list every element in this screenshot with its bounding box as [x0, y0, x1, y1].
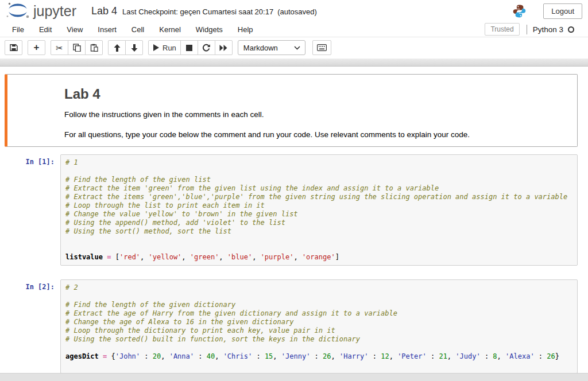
keyboard-icon — [317, 44, 327, 51]
code-line — [65, 344, 572, 352]
markdown-paragraph: Follow the instructions given in the com… — [64, 110, 570, 120]
markdown-paragraph: For all questions, type your code below … — [64, 130, 570, 140]
trusted-button[interactable]: Trusted — [485, 23, 519, 36]
paste-cells-button[interactable] — [85, 40, 103, 55]
cut-cells-button[interactable]: ✂ — [51, 40, 68, 55]
code-cells: In [1]:# 1 # Find the length of the give… — [5, 154, 578, 374]
code-line — [65, 292, 572, 301]
insert-cell-below-button[interactable]: + — [28, 40, 45, 55]
code-line: # 1 — [65, 158, 572, 167]
chevron-down-icon — [294, 46, 300, 50]
menu-kernel[interactable]: Kernel — [152, 22, 188, 37]
menu-insert[interactable]: Insert — [90, 22, 124, 37]
markdown-paragraphs: Follow the instructions given in the com… — [64, 110, 570, 139]
restart-run-all-button[interactable] — [215, 40, 233, 55]
notebook: Lab 4 Follow the instructions given in t… — [0, 67, 588, 374]
code-line — [65, 236, 572, 244]
code-line: # Loop through the list to print each it… — [65, 201, 572, 210]
code-line — [65, 244, 572, 253]
stop-icon — [186, 45, 192, 51]
cell-type-dropdown[interactable]: Markdown — [238, 40, 305, 55]
code-cell-2[interactable]: In [2]:# 2 # Find the length of the give… — [5, 279, 578, 374]
code-line: # 2 — [65, 283, 572, 292]
floppy-icon — [10, 44, 18, 52]
jupyter-logo-text: jupyter — [33, 4, 76, 18]
markdown-heading: Lab 4 — [64, 86, 570, 102]
autosave-status: (autosaved) — [277, 7, 317, 16]
save-button[interactable] — [5, 40, 22, 55]
kernel-name: Python 3 — [533, 25, 563, 34]
code-line: # Using the sort() method, sort the list — [65, 227, 572, 236]
code-line: # Extract the items 'green','blue','purp… — [65, 193, 572, 201]
move-cell-up-button[interactable] — [108, 40, 126, 55]
code-line: # Loop through the dictionary to print e… — [65, 326, 572, 335]
menu-items: FileEditViewInsertCellKernelWidgetsHelp — [5, 22, 261, 37]
code-input-area[interactable]: # 2 # Find the length of the given dicti… — [60, 279, 578, 374]
markdown-cell[interactable]: Lab 4 Follow the instructions given in t… — [5, 74, 578, 147]
code-line: # Change the age of Alexa to 16 in the g… — [65, 318, 572, 326]
logout-button[interactable]: Logout — [543, 3, 582, 19]
command-palette-button[interactable] — [312, 40, 331, 55]
run-cell-button[interactable]: Run — [148, 40, 181, 55]
move-cell-down-button[interactable] — [125, 40, 143, 55]
kernel-idle-icon — [568, 26, 574, 33]
code-line: # Find the length of the given dictionar… — [65, 301, 572, 309]
code-line: # Find the length of the given list — [65, 176, 572, 184]
menu-edit[interactable]: Edit — [32, 22, 59, 37]
notebook-title[interactable]: Lab 4 — [91, 5, 117, 17]
code-line — [65, 361, 572, 370]
copy-cells-button[interactable] — [68, 40, 86, 55]
code-line: # Using the sorted() built in function, … — [65, 335, 572, 344]
refresh-icon — [202, 44, 210, 52]
jupyter-logo[interactable]: jupyter — [5, 1, 76, 22]
checkpoint-status: Last Checkpoint: geçen Cumartesi saat 20… — [122, 7, 273, 16]
arrow-down-icon — [131, 44, 138, 52]
code-input-area[interactable]: # 1 # Find the length of the given list#… — [60, 154, 578, 266]
fast-forward-icon — [219, 45, 227, 51]
copy-icon — [73, 44, 81, 52]
scissors-icon: ✂ — [56, 44, 63, 52]
code-line: listvalue = ['red', 'yellow', 'green', '… — [65, 253, 572, 262]
menu-bar: FileEditViewInsertCellKernelWidgetsHelp … — [0, 22, 588, 37]
kernel-divider — [527, 25, 527, 34]
menu-widgets[interactable]: Widgets — [188, 22, 230, 37]
page-bottom-band — [0, 373, 588, 381]
cell-type-value: Markdown — [243, 44, 278, 52]
paste-icon — [90, 44, 98, 52]
menu-help[interactable]: Help — [230, 22, 261, 37]
restart-kernel-button[interactable] — [198, 40, 215, 55]
python-logo-icon — [512, 3, 527, 19]
jupyter-planet-icon — [5, 1, 31, 22]
play-icon — [153, 44, 159, 51]
code-line: agesDict = {'John' : 20, 'Anna' : 40, 'C… — [65, 352, 572, 361]
toolbar: + ✂ Run Markdown — [0, 37, 588, 59]
arrow-up-icon — [114, 44, 121, 52]
menu-cell[interactable]: Cell — [124, 22, 152, 37]
code-line — [65, 167, 572, 176]
code-line: # Change the value 'yellow' to 'brown' i… — [65, 210, 572, 219]
input-prompt: In [1]: — [5, 154, 60, 266]
input-prompt: In [2]: — [5, 279, 60, 374]
header-shadow-band — [0, 59, 588, 67]
code-line: # Extract the item 'green' from the give… — [65, 184, 572, 193]
code-line: # Extract the age of Harry from the give… — [65, 309, 572, 318]
menu-file[interactable]: File — [5, 22, 32, 37]
interrupt-kernel-button[interactable] — [180, 40, 198, 55]
code-line: # Using the append() method, add 'violet… — [65, 219, 572, 227]
code-cell-1[interactable]: In [1]:# 1 # Find the length of the give… — [5, 154, 578, 266]
header: jupyter Lab 4 Last Checkpoint: geçen Cum… — [0, 0, 588, 22]
menu-view[interactable]: View — [59, 22, 90, 37]
run-button-label: Run — [163, 44, 176, 52]
plus-icon: + — [34, 42, 40, 53]
